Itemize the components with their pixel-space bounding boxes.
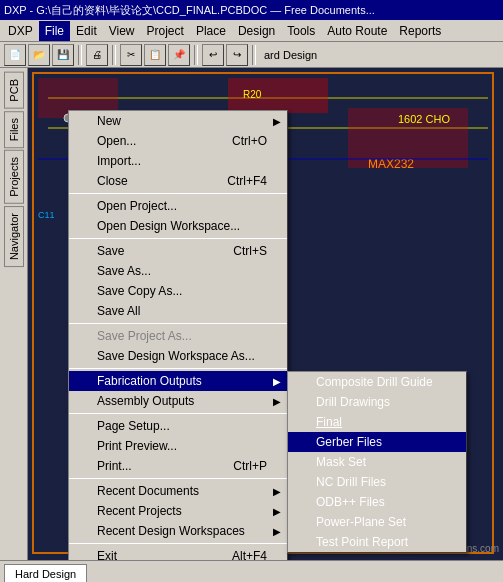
menu-place[interactable]: Place [190, 21, 232, 41]
menu-tools[interactable]: Tools [281, 21, 321, 41]
toolbar-paste[interactable]: 📌 [168, 44, 190, 66]
menu-item-exit[interactable]: Exit Alt+F4 [69, 546, 287, 560]
menu-autoroute[interactable]: Auto Route [321, 21, 393, 41]
sep5 [69, 413, 287, 414]
toolbar-cut[interactable]: ✂ [120, 44, 142, 66]
sep4 [69, 368, 287, 369]
toolbar-print[interactable]: 🖨 [86, 44, 108, 66]
submenu-nc-drill[interactable]: NC Drill Files [288, 472, 466, 492]
toolbar-undo[interactable]: ↩ [202, 44, 224, 66]
submenu-drill-drawings[interactable]: Drill Drawings [288, 392, 466, 412]
menu-item-open[interactable]: Open... Ctrl+O [69, 131, 287, 151]
menu-item-save[interactable]: Save Ctrl+S [69, 241, 287, 261]
submenu-composite-drill[interactable]: Composite Drill Guide [288, 372, 466, 392]
menu-item-fab-outputs[interactable]: Fabrication Outputs ▶ Composite Drill Gu… [69, 371, 287, 391]
sep6 [69, 478, 287, 479]
title-bar: DXP - G:\自己的资料\毕设论文\CCD_FINAL.PCBDOC — F… [0, 0, 503, 20]
toolbar: 📄 📂 💾 🖨 ✂ 📋 📌 ↩ ↪ ard Design [0, 42, 503, 68]
toolbar-open[interactable]: 📂 [28, 44, 50, 66]
submenu-power-plane[interactable]: Power-Plane Set [288, 512, 466, 532]
menu-view[interactable]: View [103, 21, 141, 41]
menu-edit[interactable]: Edit [70, 21, 103, 41]
submenu-gerber-files[interactable]: Gerber Files [288, 432, 466, 452]
fab-arrow: ▶ [273, 376, 281, 387]
sidebar-tab-pcb[interactable]: PCB [4, 72, 24, 109]
content-area: R20 1602 CHO MAX232 C11 New ▶ Open... [28, 68, 503, 560]
toolbar-sep4 [252, 45, 256, 65]
menu-item-open-workspace[interactable]: Open Design Workspace... [69, 216, 287, 236]
design-label: ard Design [260, 49, 321, 61]
menu-item-print[interactable]: Print... Ctrl+P [69, 456, 287, 476]
menu-item-save-design-workspace-as[interactable]: Save Design Workspace As... [69, 346, 287, 366]
menu-design[interactable]: Design [232, 21, 281, 41]
menu-item-print-preview[interactable]: Print Preview... [69, 436, 287, 456]
menu-project[interactable]: Project [141, 21, 190, 41]
title-text: DXP - G:\自己的资料\毕设论文\CCD_FINAL.PCBDOC — F… [4, 3, 375, 18]
file-menu: New ▶ Open... Ctrl+O Import... Close Ctr… [68, 110, 288, 560]
menu-item-save-copy-as[interactable]: Save Copy As... [69, 281, 287, 301]
svg-text:1602 CHO: 1602 CHO [398, 113, 450, 125]
toolbar-save[interactable]: 💾 [52, 44, 74, 66]
menu-item-close[interactable]: Close Ctrl+F4 [69, 171, 287, 191]
menu-item-save-as[interactable]: Save As... [69, 261, 287, 281]
menu-item-recent-projects[interactable]: Recent Projects ▶ [69, 501, 287, 521]
sep1 [69, 193, 287, 194]
menu-file[interactable]: File [39, 21, 70, 41]
svg-text:C11: C11 [38, 210, 55, 220]
sep2 [69, 238, 287, 239]
submenu-test-point[interactable]: Test Point Report [288, 532, 466, 552]
svg-text:R20: R20 [243, 89, 262, 100]
menu-item-open-project[interactable]: Open Project... [69, 196, 287, 216]
sidebar-tab-projects[interactable]: Projects [4, 150, 24, 204]
menu-item-recent-workspaces[interactable]: Recent Design Workspaces ▶ [69, 521, 287, 541]
toolbar-sep1 [78, 45, 82, 65]
menu-reports[interactable]: Reports [393, 21, 447, 41]
menu-item-save-project-as: Save Project As... [69, 326, 287, 346]
menu-item-recent-docs[interactable]: Recent Documents ▶ [69, 481, 287, 501]
bottom-tabs: Hard Design [0, 560, 503, 582]
sidebar-tab-files[interactable]: Files [4, 111, 24, 148]
toolbar-sep2 [112, 45, 116, 65]
sep7 [69, 543, 287, 544]
sep3 [69, 323, 287, 324]
bottom-tab-hard-design[interactable]: Hard Design [4, 564, 87, 582]
new-arrow: ▶ [273, 116, 281, 127]
recent-workspaces-arrow: ▶ [273, 526, 281, 537]
menu-dxp[interactable]: DXP [2, 21, 39, 41]
submenu-mask-set[interactable]: Mask Set [288, 452, 466, 472]
submenu-final[interactable]: Final [288, 412, 466, 432]
toolbar-copy[interactable]: 📋 [144, 44, 166, 66]
sidebar-tab-navigator[interactable]: Navigator [4, 206, 24, 267]
submenu-odb-files[interactable]: ODB++ Files [288, 492, 466, 512]
toolbar-new[interactable]: 📄 [4, 44, 26, 66]
menu-item-new[interactable]: New ▶ [69, 111, 287, 131]
recent-docs-arrow: ▶ [273, 486, 281, 497]
assembly-arrow: ▶ [273, 396, 281, 407]
toolbar-redo[interactable]: ↪ [226, 44, 248, 66]
menu-item-assembly-outputs[interactable]: Assembly Outputs ▶ [69, 391, 287, 411]
fab-submenu: Composite Drill Guide Drill Drawings Fin… [287, 371, 467, 553]
recent-projects-arrow: ▶ [273, 506, 281, 517]
toolbar-sep3 [194, 45, 198, 65]
menu-item-import[interactable]: Import... [69, 151, 287, 171]
menu-item-save-all[interactable]: Save All [69, 301, 287, 321]
left-sidebar: PCB Files Projects Navigator [0, 68, 28, 560]
menu-bar: DXP File Edit View Project Place Design … [0, 20, 503, 42]
menu-item-page-setup[interactable]: Page Setup... [69, 416, 287, 436]
main-layout: PCB Files Projects Navigator R20 1602 CH… [0, 68, 503, 560]
